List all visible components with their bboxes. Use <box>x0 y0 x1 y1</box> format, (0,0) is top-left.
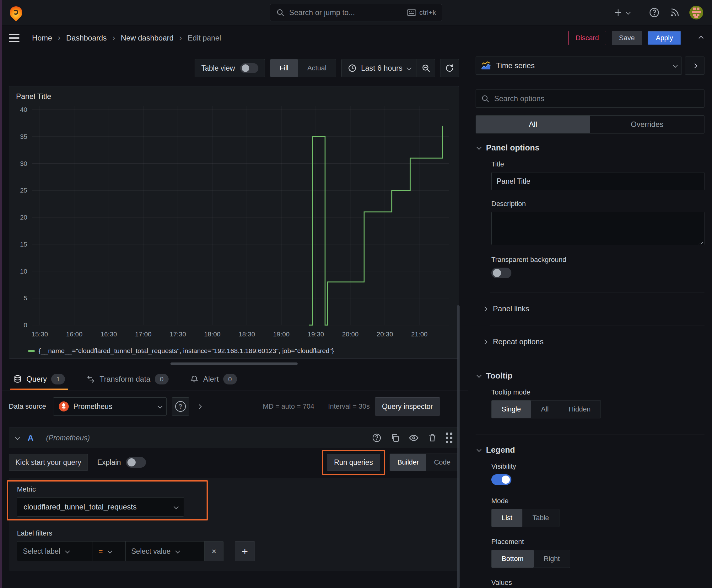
chevron-down-icon <box>65 548 70 553</box>
legend-placement-bottom[interactable]: Bottom <box>492 550 534 568</box>
legend-placement-right[interactable]: Right <box>534 550 570 568</box>
breadcrumb-new-dashboard[interactable]: New dashboard <box>121 34 174 42</box>
apply-button[interactable]: Apply <box>648 31 681 45</box>
help-icon[interactable] <box>649 7 660 18</box>
breadcrumb-home[interactable]: Home <box>32 34 52 42</box>
add-new-button[interactable] <box>613 8 629 17</box>
tab-alert[interactable]: Alert 0 <box>187 369 240 390</box>
breadcrumb-separator-icon: › <box>179 33 182 43</box>
delete-query-icon[interactable] <box>428 433 437 443</box>
refresh-button[interactable] <box>440 59 459 77</box>
tab-all[interactable]: All <box>476 115 590 133</box>
transform-icon <box>86 375 95 383</box>
global-search-input[interactable]: Search or jump to... ctrl+k <box>270 4 442 21</box>
breadcrumb-separator-icon: › <box>112 33 115 43</box>
panel-description-input[interactable] <box>491 212 705 245</box>
query-inspector-button[interactable]: Query inspector <box>375 397 440 416</box>
tooltip-mode-hidden[interactable]: Hidden <box>559 400 601 418</box>
time-range-button[interactable]: Last 6 hours <box>342 59 416 77</box>
legend-series-swatch <box>28 350 35 352</box>
tooltip-mode-all[interactable]: All <box>531 400 559 418</box>
panel-options-sidebar: Time series Search options All Overrides <box>468 50 712 588</box>
pane-resize-handle[interactable] <box>170 362 298 365</box>
collapse-query-icon[interactable] <box>15 435 20 440</box>
visualization-picker-row: Time series <box>468 50 712 81</box>
panel-options-heading[interactable]: Panel options <box>477 143 705 153</box>
legend-visibility-toggle[interactable] <box>491 474 511 485</box>
metric-label: Metric <box>17 485 193 493</box>
breadcrumb-dashboards[interactable]: Dashboards <box>66 34 107 42</box>
panel-title-input[interactable] <box>491 172 705 190</box>
collapse-header-icon[interactable] <box>698 36 704 41</box>
news-rss-icon[interactable] <box>669 7 680 18</box>
zoom-out-button[interactable] <box>416 59 435 77</box>
divider <box>490 325 705 326</box>
remove-filter-button[interactable]: × <box>205 541 223 561</box>
options-scope-tabs: All Overrides <box>476 115 705 133</box>
svg-text:18:00: 18:00 <box>204 331 221 338</box>
add-filter-button[interactable]: + <box>235 541 255 561</box>
chevron-right-icon[interactable] <box>196 404 201 409</box>
tab-overrides[interactable]: Overrides <box>590 115 705 133</box>
chevron-down-icon <box>477 373 481 378</box>
chevron-down-icon <box>673 63 678 68</box>
search-options-input[interactable]: Search options <box>476 89 705 108</box>
chevron-down-icon <box>626 10 631 15</box>
datasource-label: Data source <box>9 402 46 411</box>
query-builder: Metric cloudflared_tunnel_total_requests… <box>9 478 459 571</box>
legend-mode-table[interactable]: Table <box>522 509 559 527</box>
explain-toggle[interactable] <box>126 457 146 468</box>
chart-legend-item[interactable]: {__name__="cloudflared_tunnel_total_requ… <box>14 346 454 356</box>
duplicate-query-icon[interactable] <box>390 433 400 443</box>
select-label-dropdown[interactable]: Select label <box>17 541 93 561</box>
avatar[interactable] <box>689 6 703 19</box>
chevron-down-icon <box>174 504 179 509</box>
query-row-header[interactable]: A (Prometheus) <box>9 427 459 448</box>
tab-query[interactable]: Query 1 <box>10 369 68 390</box>
save-button[interactable]: Save <box>612 31 642 45</box>
title-label: Title <box>491 160 705 168</box>
transparent-background-toggle[interactable] <box>491 268 511 278</box>
panel-edit-left-pane: Table view Fill Actual Last 6 hours <box>0 50 468 588</box>
metric-select[interactable]: cloudflared_tunnel_total_requests <box>17 497 184 517</box>
operator-dropdown[interactable]: = <box>93 541 126 561</box>
kick-start-query-button[interactable]: Kick start your query <box>9 454 88 471</box>
query-count-badge: 1 <box>51 374 65 384</box>
tab-transform-data[interactable]: Transform data 0 <box>83 369 172 390</box>
legend-mode-list[interactable]: List <box>492 509 522 527</box>
grafana-logo[interactable] <box>9 5 23 20</box>
datasource-help-button[interactable]: ? <box>172 397 189 416</box>
menu-toggle-icon[interactable] <box>9 34 19 42</box>
tooltip-mode-single[interactable]: Single <box>492 400 531 418</box>
actual-option[interactable]: Actual <box>298 59 336 77</box>
discard-button[interactable]: Discard <box>568 31 606 45</box>
svg-text:17:30: 17:30 <box>170 331 186 338</box>
run-queries-button[interactable]: Run queries <box>327 454 380 471</box>
toggle-viz-picker-button[interactable] <box>685 57 705 75</box>
tab-query-label: Query <box>26 375 47 383</box>
code-option[interactable]: Code <box>426 454 458 471</box>
builder-option[interactable]: Builder <box>390 454 426 471</box>
panel-links-section[interactable]: Panel links <box>476 297 705 321</box>
select-value-dropdown[interactable]: Select value <box>126 541 205 561</box>
visualization-select[interactable]: Time series <box>476 57 682 75</box>
legend-mode-group: List Table <box>491 509 559 527</box>
time-series-chart[interactable]: 051015202530354015:3016:0016:3017:0017:3… <box>14 101 454 346</box>
table-view-toggle[interactable] <box>240 63 258 73</box>
svg-text:21:00: 21:00 <box>411 331 428 338</box>
query-help-icon[interactable] <box>372 433 382 443</box>
toggle-visibility-icon[interactable] <box>409 433 419 443</box>
breadcrumb-edit-panel: Edit panel <box>188 34 221 42</box>
legend-heading[interactable]: Legend <box>477 445 705 455</box>
repeat-options-section[interactable]: Repeat options <box>476 330 705 354</box>
panel-options-section: Panel options Title Description <box>476 133 705 288</box>
tooltip-mode-label: Tooltip mode <box>491 388 705 396</box>
datasource-select[interactable]: Prometheus <box>53 397 167 416</box>
search-placeholder: Search or jump to... <box>289 8 403 17</box>
svg-text:20:30: 20:30 <box>377 331 393 338</box>
vertical-scrollbar[interactable] <box>457 305 459 588</box>
tooltip-heading[interactable]: Tooltip <box>477 371 705 381</box>
svg-text:17:00: 17:00 <box>135 331 152 338</box>
drag-query-handle[interactable] <box>446 433 452 443</box>
fill-option[interactable]: Fill <box>270 59 298 77</box>
